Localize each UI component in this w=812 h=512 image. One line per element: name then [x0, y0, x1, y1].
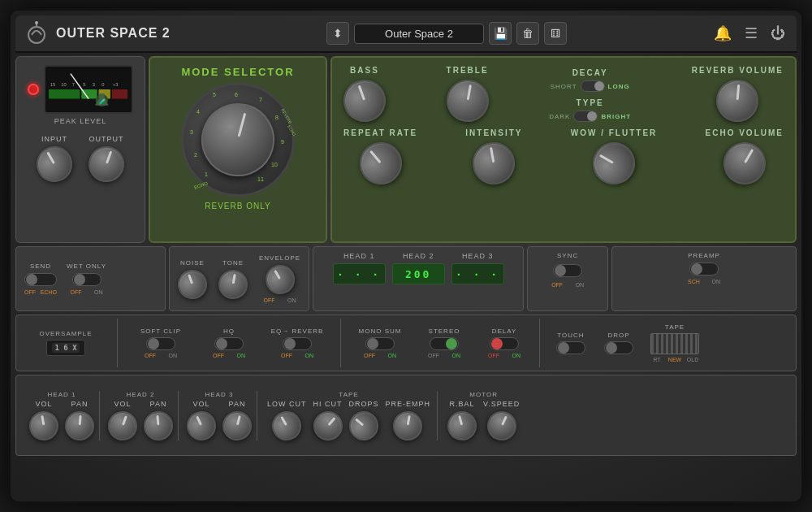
- echo-panel: BASS TREBLE DECAY SHORT: [330, 56, 797, 243]
- toggle-thumb: [594, 81, 604, 91]
- soft-clip-thumb: [148, 338, 159, 349]
- peak-led: [28, 84, 39, 95]
- drop-col: DROP: [598, 332, 639, 354]
- preset-delete-btn[interactable]: 🗑: [516, 22, 539, 45]
- intensity-knob[interactable]: [469, 139, 518, 188]
- head3-bottom-knobs: VOL PAN: [187, 400, 252, 440]
- tape-new-lbl: NEW: [667, 357, 682, 362]
- head3-bottom-label: HEAD 3: [187, 391, 252, 398]
- env-off-lbl: OFF: [264, 297, 275, 303]
- hi-cut-knob[interactable]: [307, 405, 348, 446]
- head1-vol-knob[interactable]: [27, 409, 61, 443]
- head2-display[interactable]: 200: [392, 263, 445, 284]
- soft-clip-col: SOFT CLIP OFF ON: [124, 328, 197, 358]
- preset-save-btn[interactable]: 💾: [489, 22, 512, 45]
- hq-thumb: [216, 338, 227, 349]
- sync-label: SYNC: [557, 252, 578, 259]
- eq-off-lbl: OFF: [281, 353, 292, 358]
- soft-clip-labels: OFF ON: [145, 353, 177, 358]
- noise-knob[interactable]: [174, 265, 211, 302]
- head1-vol-group: VOL: [29, 400, 58, 440]
- long-label: LONG: [608, 83, 630, 90]
- preset-config-btn[interactable]: ⚅: [544, 22, 567, 45]
- main-content: 15 10 7 5 3 0 +3: [15, 56, 797, 497]
- sync-toggle[interactable]: [553, 264, 582, 277]
- mono-sum-toggle[interactable]: [365, 337, 395, 350]
- preamp-toggle[interactable]: [689, 263, 719, 276]
- svg-text:8: 8: [275, 115, 279, 120]
- head2-pan-group: PAN: [144, 400, 173, 440]
- touch-label: TOUCH: [557, 332, 584, 339]
- head3-pan-knob[interactable]: [219, 407, 255, 443]
- oversample-box[interactable]: 1 6 X: [46, 340, 84, 356]
- drop-toggle[interactable]: [604, 341, 633, 354]
- wow-flutter-label: WOW / FLUTTER: [571, 128, 658, 137]
- env-on-lbl: ON: [287, 297, 296, 303]
- mono-off-lbl: OFF: [364, 353, 375, 358]
- short-long-toggle[interactable]: [581, 80, 605, 92]
- eq-reverb-label: EQ→ REVERB: [271, 328, 324, 335]
- svg-text:7: 7: [259, 97, 262, 102]
- svg-text:7: 7: [72, 82, 75, 87]
- wow-flutter-knob[interactable]: [585, 134, 642, 192]
- eq-reverb-thumb: [284, 338, 296, 349]
- io-section: INPUT OUTPUT: [37, 135, 124, 182]
- stereo-toggle[interactable]: [430, 337, 459, 350]
- head3-display[interactable]: · · ·: [451, 263, 504, 284]
- stereo-on-lbl: ON: [452, 353, 461, 358]
- dark-label: DARK: [549, 113, 570, 120]
- motor-bottom-group: MOTOR R.BAL V.SPEED: [441, 391, 526, 440]
- mode-knob-container: 6 7 8 9 10 11 5 4 3 2 1 ECHO: [181, 83, 295, 197]
- head1-display[interactable]: · · ·: [333, 263, 386, 284]
- head1-pan-knob[interactable]: [63, 410, 95, 441]
- low-cut-knob[interactable]: [267, 406, 307, 445]
- delay-toggle[interactable]: [490, 337, 519, 350]
- echo-volume-knob[interactable]: [715, 134, 773, 192]
- svg-text:🧪: 🧪: [99, 98, 106, 105]
- reverb-only-label: REVERB ONLY: [205, 202, 270, 210]
- bright-label: BRIGHT: [601, 113, 631, 120]
- r-bal-knob[interactable]: [444, 407, 480, 443]
- left-panel: 15 10 7 5 3 0 +3: [15, 56, 145, 243]
- envelope-label: ENVELOPE: [259, 254, 300, 262]
- dark-bright-toggle[interactable]: [573, 111, 598, 122]
- pre-emph-knob[interactable]: [391, 409, 425, 443]
- repeat-rate-knob[interactable]: [351, 133, 410, 193]
- hq-toggle[interactable]: [214, 337, 244, 350]
- menu-btn[interactable]: ☰: [741, 21, 761, 46]
- reverb-volume-knob[interactable]: [715, 78, 760, 124]
- output-knob[interactable]: [84, 141, 129, 187]
- tape-display[interactable]: [650, 333, 699, 354]
- soft-clip-toggle[interactable]: [146, 337, 175, 350]
- tone-knob[interactable]: [216, 267, 250, 302]
- envelope-knob[interactable]: [260, 259, 300, 299]
- bass-knob[interactable]: [338, 74, 392, 128]
- stereo-off-lbl: OFF: [428, 353, 439, 358]
- svg-rect-7: [112, 89, 127, 99]
- touch-toggle[interactable]: [556, 341, 585, 354]
- v-speed-knob[interactable]: [482, 406, 521, 445]
- input-knob[interactable]: [30, 140, 79, 189]
- drops-knob[interactable]: [343, 405, 385, 446]
- oversample-label: OVERSAMPLE: [39, 330, 92, 337]
- eq-reverb-toggle[interactable]: [283, 337, 312, 350]
- head2-vol-knob[interactable]: [104, 406, 141, 444]
- stereo-thumb: [446, 338, 457, 349]
- bell-btn[interactable]: 🔔: [710, 21, 735, 46]
- eq-on-lbl: ON: [305, 353, 314, 358]
- head3-vol-knob[interactable]: [182, 406, 221, 445]
- wetonly-toggle[interactable]: [72, 273, 102, 286]
- svg-text:2: 2: [194, 152, 197, 158]
- power-btn[interactable]: ⏻: [767, 22, 788, 46]
- tape-bottom-group: TAPE LOW CUT HI CUT DROPS P: [261, 391, 438, 440]
- send-toggle[interactable]: [24, 273, 57, 286]
- svg-text:9: 9: [281, 139, 284, 145]
- treble-knob[interactable]: [443, 76, 491, 125]
- preset-name[interactable]: Outer Space 2: [354, 24, 484, 44]
- r-bal-label: R.BAL: [450, 400, 475, 408]
- eq-reverb-col: EQ→ REVERB OFF ON: [261, 328, 334, 358]
- preset-arrows-btn[interactable]: ⬍: [326, 22, 349, 45]
- svg-rect-5: [81, 89, 97, 99]
- short-label: SHORT: [551, 83, 577, 90]
- head2-pan-knob[interactable]: [142, 410, 174, 441]
